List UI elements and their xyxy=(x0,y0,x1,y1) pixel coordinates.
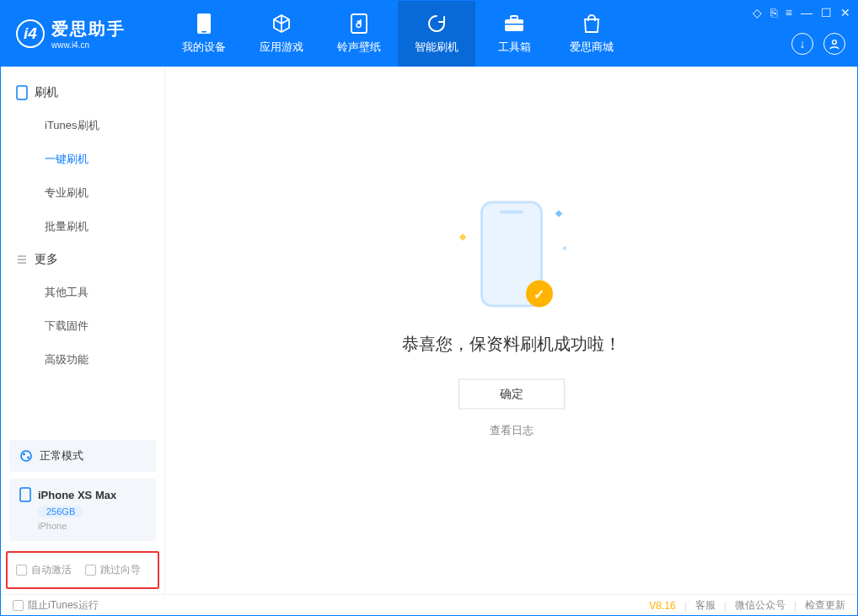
checkbox-icon xyxy=(13,600,24,611)
svg-point-9 xyxy=(23,453,25,456)
success-illustration: ✓ xyxy=(474,201,550,311)
feedback-icon[interactable]: ⎘ xyxy=(770,6,777,19)
sidebar-group-flash: 刷机 xyxy=(1,77,164,109)
device-mode[interactable]: 正常模式 xyxy=(9,440,156,472)
sidebar-item-advanced[interactable]: 高级功能 xyxy=(1,343,164,377)
checkbox-icon xyxy=(85,565,96,576)
phone-icon xyxy=(19,487,31,502)
ok-button[interactable]: 确定 xyxy=(458,379,565,410)
device-panel: 正常模式 iPhone XS Max 256GB iPhone xyxy=(9,440,156,548)
svg-rect-11 xyxy=(20,488,30,501)
toolbox-icon xyxy=(503,13,525,35)
highlighted-options: 自动激活 跳过向导 xyxy=(6,551,159,589)
refresh-shield-icon xyxy=(426,13,448,35)
svg-rect-1 xyxy=(201,31,206,33)
svg-point-10 xyxy=(27,457,29,459)
tab-apps-games[interactable]: 应用游戏 xyxy=(243,1,320,67)
success-message: 恭喜您，保资料刷机成功啦！ xyxy=(402,333,621,356)
device-icon xyxy=(193,13,215,35)
svg-rect-7 xyxy=(17,86,27,99)
app-title: 爱思助手 xyxy=(51,18,126,40)
maximize-button[interactable]: ☐ xyxy=(821,6,832,19)
checkbox-auto-activate[interactable]: 自动激活 xyxy=(16,563,72,577)
minimize-button[interactable]: — xyxy=(801,6,812,19)
checkbox-skip-guide[interactable]: 跳过向导 xyxy=(85,563,141,577)
sidebar-group-more: 更多 xyxy=(1,244,164,276)
app-logo-icon: i4 xyxy=(16,19,45,48)
logo-area: i4 爱思助手 www.i4.cn xyxy=(1,18,165,50)
skin-icon[interactable]: ◇ xyxy=(753,6,762,19)
device-info[interactable]: iPhone XS Max 256GB iPhone xyxy=(9,479,156,541)
checkbox-block-itunes[interactable]: 阻止iTunes运行 xyxy=(13,598,99,613)
footer-link-support[interactable]: 客服 xyxy=(695,598,716,613)
app-subtitle: www.i4.cn xyxy=(51,40,126,50)
svg-rect-3 xyxy=(505,19,523,31)
footer: 阻止iTunes运行 V8.16 | 客服 | 微信公众号 | 检查更新 xyxy=(1,594,857,616)
checkbox-icon xyxy=(16,565,27,576)
sidebar-item-download-firmware[interactable]: 下载固件 xyxy=(1,309,164,343)
svg-point-6 xyxy=(833,40,837,45)
tab-store[interactable]: 爱思商城 xyxy=(553,1,630,67)
sidebar-item-itunes-flash[interactable]: iTunes刷机 xyxy=(1,109,164,142)
footer-link-update[interactable]: 检查更新 xyxy=(805,598,845,613)
phone-icon xyxy=(16,85,28,100)
main-content: ✓ 恭喜您，保资料刷机成功啦！ 确定 查看日志 xyxy=(165,67,857,594)
sidebar-item-batch-flash[interactable]: 批量刷机 xyxy=(1,210,164,244)
view-log-link[interactable]: 查看日志 xyxy=(490,423,534,438)
nav-tabs: 我的设备 应用游戏 铃声壁纸 智能刷机 工具箱 爱思商城 xyxy=(165,1,630,67)
tab-ringtone-wallpaper[interactable]: 铃声壁纸 xyxy=(320,1,398,67)
svg-point-8 xyxy=(21,451,31,461)
tab-my-device[interactable]: 我的设备 xyxy=(165,1,243,67)
account-button[interactable] xyxy=(823,33,845,55)
device-type: iPhone xyxy=(38,521,67,531)
footer-link-wechat[interactable]: 微信公众号 xyxy=(735,598,786,613)
bag-icon xyxy=(581,13,603,35)
menu-icon[interactable]: ≡ xyxy=(786,6,792,19)
cube-icon xyxy=(271,13,292,35)
sidebar-item-oneclick-flash[interactable]: 一键刷机 xyxy=(1,142,164,176)
close-button[interactable]: ✕ xyxy=(840,6,850,19)
sidebar-item-other-tools[interactable]: 其他工具 xyxy=(1,276,164,309)
sidebar-item-pro-flash[interactable]: 专业刷机 xyxy=(1,176,164,210)
svg-rect-5 xyxy=(505,24,523,25)
list-icon xyxy=(16,254,28,265)
mode-icon xyxy=(19,449,33,463)
svg-rect-4 xyxy=(511,16,517,19)
window-controls: ◇ ⎘ ≡ — ☐ ✕ xyxy=(753,6,850,19)
tab-toolbox[interactable]: 工具箱 xyxy=(475,1,553,67)
app-header: i4 爱思助手 www.i4.cn 我的设备 应用游戏 铃声壁纸 智能刷机 工具… xyxy=(1,1,857,67)
version-label: V8.16 xyxy=(649,600,675,612)
music-file-icon xyxy=(348,13,370,35)
sidebar: 刷机 iTunes刷机 一键刷机 专业刷机 批量刷机 更多 其他工具 下载固件 … xyxy=(1,67,165,594)
device-name: iPhone XS Max xyxy=(38,489,116,501)
check-icon: ✓ xyxy=(526,281,553,308)
svg-rect-0 xyxy=(197,13,211,34)
device-storage: 256GB xyxy=(38,506,83,517)
tab-smart-flash[interactable]: 智能刷机 xyxy=(398,1,475,67)
download-button[interactable]: ↓ xyxy=(791,33,813,55)
